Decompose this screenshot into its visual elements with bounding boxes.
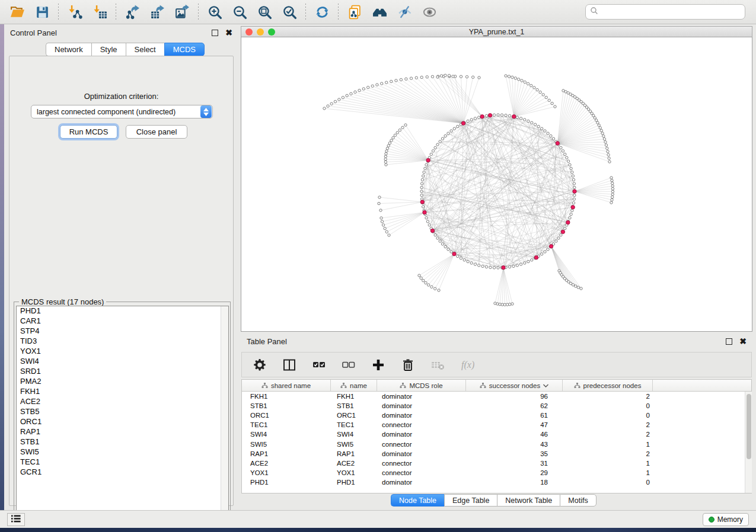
network-node[interactable]	[474, 117, 476, 120]
mcds-hub-node[interactable]	[430, 229, 434, 232]
column-header-successor-nodes[interactable]: successor nodes	[466, 380, 563, 391]
network-node[interactable]	[420, 190, 423, 193]
network-node[interactable]	[547, 248, 549, 251]
network-leaf-node[interactable]	[358, 89, 361, 91]
network-leaf-node[interactable]	[334, 100, 336, 102]
table-row[interactable]: SWI4SWI4dominator462	[242, 430, 751, 439]
network-node[interactable]	[572, 178, 575, 181]
close-panel-icon[interactable]: ✖	[225, 28, 232, 37]
network-node[interactable]	[564, 153, 566, 155]
network-leaf-node[interactable]	[395, 79, 397, 82]
mcds-hub-node[interactable]	[534, 256, 538, 259]
zoom-out-icon[interactable]	[231, 3, 248, 21]
network-node[interactable]	[537, 125, 540, 127]
network-node[interactable]	[421, 178, 423, 181]
network-window-titlebar[interactable]: YPA_prune.txt_1	[241, 26, 752, 37]
network-node[interactable]	[420, 182, 423, 185]
network-node[interactable]	[527, 260, 529, 262]
network-node[interactable]	[516, 264, 518, 267]
network-leaf-node[interactable]	[420, 76, 423, 78]
table-row[interactable]: STB1STB1dominator620	[242, 401, 751, 411]
network-node[interactable]	[508, 114, 511, 117]
network-leaf-node[interactable]	[611, 179, 613, 181]
export-table-icon[interactable]	[148, 3, 166, 21]
import-table-icon[interactable]	[91, 3, 109, 21]
network-leaf-node[interactable]	[611, 198, 613, 201]
network-leaf-node[interactable]	[444, 74, 446, 76]
network-leaf-node[interactable]	[398, 129, 401, 131]
network-node[interactable]	[477, 116, 480, 118]
network-leaf-node[interactable]	[607, 150, 609, 153]
network-node[interactable]	[441, 243, 444, 245]
network-leaf-node[interactable]	[422, 279, 425, 281]
network-leaf-node[interactable]	[378, 202, 380, 204]
column-header-shared-name[interactable]: shared name	[242, 380, 331, 391]
mcds-result-item[interactable]: ACE2	[17, 397, 228, 407]
network-node[interactable]	[460, 257, 462, 259]
network-node[interactable]	[519, 117, 522, 120]
memory-button[interactable]: Memory	[703, 513, 749, 526]
network-node[interactable]	[570, 213, 572, 215]
network-node[interactable]	[519, 263, 522, 265]
network-leaf-node[interactable]	[596, 121, 599, 124]
optimization-dropdown[interactable]: largest connected component (undirected)	[31, 105, 213, 118]
mcds-result-item[interactable]: PMA2	[17, 377, 228, 387]
network-node[interactable]	[434, 146, 436, 149]
network-leaf-node[interactable]	[384, 227, 386, 229]
network-leaf-node[interactable]	[611, 182, 614, 184]
network-leaf-node[interactable]	[610, 201, 613, 204]
network-node[interactable]	[434, 233, 436, 236]
network-node[interactable]	[573, 194, 576, 196]
mcds-result-item[interactable]: TID3	[17, 336, 228, 347]
network-node[interactable]	[477, 264, 480, 267]
network-leaf-node[interactable]	[548, 99, 550, 101]
network-node[interactable]	[470, 118, 473, 121]
network-leaf-node[interactable]	[425, 281, 427, 284]
mcds-result-item[interactable]: STB5	[17, 407, 228, 417]
network-node[interactable]	[485, 265, 487, 268]
network-node[interactable]	[544, 251, 546, 253]
network-node[interactable]	[540, 127, 543, 130]
network-node[interactable]	[547, 132, 549, 134]
network-leaf-node[interactable]	[575, 285, 577, 287]
network-node[interactable]	[552, 137, 554, 140]
network-leaf-node[interactable]	[514, 77, 516, 79]
network-leaf-node[interactable]	[595, 119, 597, 121]
close-panel-button[interactable]: Close panel	[126, 125, 187, 139]
network-leaf-node[interactable]	[379, 209, 382, 211]
export-network-icon[interactable]	[123, 3, 141, 21]
network-leaf-node[interactable]	[471, 76, 474, 78]
network-node[interactable]	[450, 251, 452, 253]
network-leaf-node[interactable]	[608, 157, 610, 159]
network-leaf-node[interactable]	[386, 147, 388, 149]
tab-node-table[interactable]: Node Table	[391, 494, 444, 507]
network-node[interactable]	[439, 140, 441, 143]
network-node[interactable]	[474, 263, 476, 265]
network-leaf-node[interactable]	[330, 102, 333, 105]
columns-icon[interactable]	[282, 358, 296, 372]
network-leaf-node[interactable]	[440, 75, 442, 77]
network-leaf-node[interactable]	[533, 86, 535, 89]
network-node[interactable]	[557, 237, 560, 239]
network-node[interactable]	[422, 175, 424, 177]
network-leaf-node[interactable]	[511, 76, 513, 78]
network-node[interactable]	[508, 265, 511, 268]
network-node[interactable]	[569, 217, 571, 219]
close-table-panel-icon[interactable]: ✖	[739, 337, 747, 345]
network-leaf-node[interactable]	[545, 96, 547, 98]
network-node[interactable]	[457, 125, 459, 127]
table-row[interactable]: RAP1RAP1dominator352	[242, 449, 751, 459]
zoom-selected-icon[interactable]	[280, 3, 298, 21]
network-leaf-node[interactable]	[452, 75, 454, 78]
network-leaf-node[interactable]	[517, 78, 519, 81]
network-node[interactable]	[505, 114, 507, 116]
network-leaf-node[interactable]	[511, 303, 513, 305]
mcds-result-item[interactable]: GCR1	[17, 467, 228, 477]
table-row[interactable]: ACE2ACE2connector311	[242, 459, 751, 468]
network-node[interactable]	[573, 182, 575, 185]
network-leaf-node[interactable]	[611, 190, 614, 193]
network-leaf-node[interactable]	[610, 177, 613, 179]
network-node[interactable]	[572, 201, 575, 204]
network-leaf-node[interactable]	[392, 136, 394, 139]
network-node[interactable]	[441, 137, 444, 140]
